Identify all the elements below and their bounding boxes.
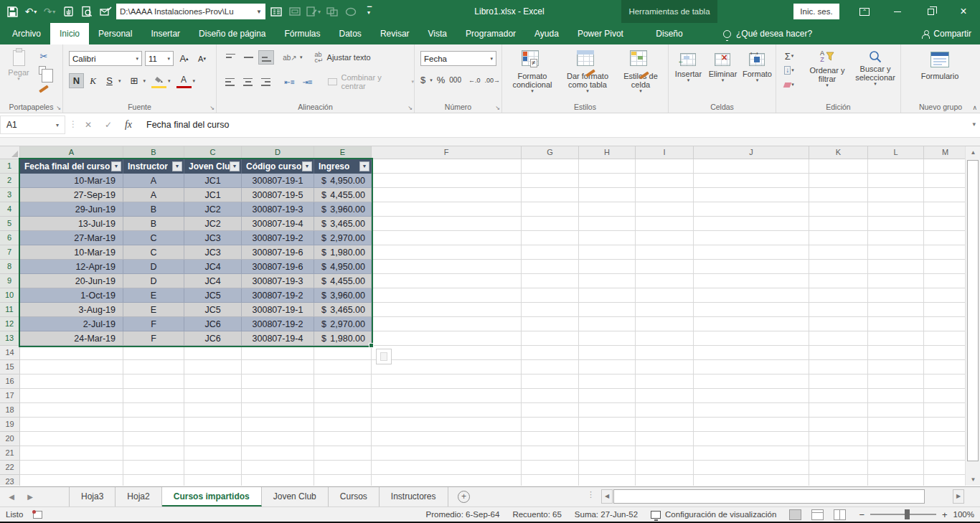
number-format-combo[interactable]: Fecha▾	[420, 51, 496, 66]
column-header-K[interactable]: K	[809, 146, 868, 159]
table-cell[interactable]: F	[123, 317, 184, 331]
table-cell[interactable]: $1,980.00	[314, 245, 372, 260]
insert-function-icon[interactable]: fx	[119, 116, 138, 133]
table-cell[interactable]: 20-Jun-19	[20, 274, 123, 288]
number-dialog-launcher-icon[interactable]: ↘	[495, 105, 500, 111]
table-cell[interactable]: $1,980.00	[314, 331, 372, 346]
column-header-B[interactable]: B	[123, 146, 184, 159]
table-cell[interactable]: 12-Apr-19	[20, 260, 123, 274]
accounting-format-icon[interactable]: $	[420, 75, 425, 85]
table-cell[interactable]: $4,950.00	[314, 174, 372, 188]
row-header-2[interactable]: 2	[0, 174, 20, 188]
table-cell[interactable]: 2-Jul-19	[20, 317, 123, 331]
filter-dropdown-icon[interactable]: ▼	[172, 161, 182, 171]
clipboard-dialog-launcher-icon[interactable]: ↘	[56, 105, 61, 111]
row-header-4[interactable]: 4	[0, 202, 20, 217]
table-cell[interactable]: 27-Mar-19	[20, 231, 123, 245]
italic-button[interactable]: K	[85, 73, 100, 88]
column-header-J[interactable]: J	[694, 146, 809, 159]
display-settings-button[interactable]: Configuración de visualización	[651, 510, 776, 519]
decrease-font-icon[interactable]: A▾	[194, 51, 209, 66]
cancel-icon[interactable]: ✕	[79, 116, 98, 133]
table-cell[interactable]: $3,960.00	[314, 202, 372, 217]
column-header-F[interactable]: F	[372, 146, 522, 159]
page-break-view-icon[interactable]	[834, 509, 846, 520]
fill-color-icon[interactable]	[151, 73, 166, 88]
sheet-tab-cursos-impartidos[interactable]: Cursos impartidos	[162, 487, 262, 506]
filter-dropdown-icon[interactable]: ▼	[230, 161, 240, 171]
table-cell[interactable]: 10-Mar-19	[20, 245, 123, 260]
row-header-18[interactable]: 18	[0, 403, 20, 418]
minimize-icon[interactable]	[881, 0, 914, 23]
scroll-right-icon[interactable]: ▶	[953, 489, 964, 504]
ribbon-tab-vista[interactable]: Vista	[419, 23, 456, 44]
table-cell[interactable]: C	[123, 245, 184, 260]
column-header-D[interactable]: D	[242, 146, 314, 159]
table-cell[interactable]: 1-Oct-19	[20, 288, 123, 303]
underline-caret-icon[interactable]: ▾	[118, 79, 121, 83]
align-center-icon[interactable]	[240, 75, 256, 89]
table-cell[interactable]: 29-Jun-19	[20, 202, 123, 217]
table-header-cell[interactable]: Fecha final del curso▼	[20, 159, 123, 174]
table-cell[interactable]: $3,960.00	[314, 288, 372, 303]
undo-icon[interactable]: ↶▾	[23, 3, 39, 20]
table-cell[interactable]: $3,465.00	[314, 217, 372, 231]
row-header-9[interactable]: 9	[0, 274, 20, 288]
row-header-17[interactable]: 17	[0, 389, 20, 403]
table-cell[interactable]: 3-Aug-19	[20, 303, 123, 317]
align-top-icon[interactable]	[222, 50, 238, 65]
ribbon-tab-diseño-de-página[interactable]: Diseño de página	[189, 23, 275, 44]
sheet-tab-cursos[interactable]: Cursos	[329, 487, 380, 506]
table-cell[interactable]: 300807-19-2	[242, 288, 314, 303]
increase-font-icon[interactable]: A▴	[176, 51, 192, 66]
vertical-scrollbar[interactable]: ▲ ▼	[965, 146, 980, 486]
bold-button[interactable]: N	[69, 73, 84, 88]
row-header-22[interactable]: 22	[0, 461, 20, 475]
filter-dropdown-icon[interactable]: ▼	[111, 161, 121, 171]
ribbon-tab-datos[interactable]: Datos	[330, 23, 371, 44]
zoom-slider-thumb[interactable]	[905, 509, 910, 519]
table-cell[interactable]: JC5	[184, 288, 242, 303]
row-header-20[interactable]: 20	[0, 432, 20, 446]
sheet-nav-left-icon[interactable]: ◀	[3, 487, 20, 506]
table-cell[interactable]: JC5	[184, 303, 242, 317]
table-cell[interactable]: JC2	[184, 202, 242, 217]
tab-bar-splitter[interactable]: ⋮	[587, 490, 595, 499]
ribbon-tab-personal[interactable]: Personal	[89, 23, 141, 44]
increase-indent-icon[interactable]: ⇥≡	[300, 75, 316, 89]
normal-view-icon[interactable]	[789, 509, 801, 520]
sort-filter-button[interactable]: AZ Ordenar y filtrar ▾	[802, 47, 852, 100]
column-header-C[interactable]: C	[184, 146, 242, 159]
macro-record-icon[interactable]	[33, 511, 42, 519]
row-header-23[interactable]: 23	[0, 475, 20, 486]
decrease-indent-icon[interactable]: ⇤≡	[282, 75, 298, 89]
table-header-cell[interactable]: Instructor▼	[123, 159, 184, 174]
table-cell[interactable]: JC3	[184, 231, 242, 245]
borders-caret-icon[interactable]: ▾	[143, 79, 146, 83]
row-header-11[interactable]: 11	[0, 303, 20, 317]
tell-me-box[interactable]: ¿Qué desea hacer?	[723, 23, 812, 44]
zoom-in-icon[interactable]: +	[942, 509, 948, 520]
sheet-tab-hoja2[interactable]: Hoja2	[116, 487, 161, 506]
horizontal-scroll-thumb[interactable]	[613, 489, 925, 504]
fill-color-caret-icon[interactable]: ▾	[168, 79, 171, 83]
vertical-scroll-thumb[interactable]	[967, 160, 979, 461]
alignment-dialog-launcher-icon[interactable]: ↘	[407, 105, 413, 111]
row-header-19[interactable]: 19	[0, 418, 20, 432]
table-cell[interactable]: JC1	[184, 188, 242, 202]
table-cell[interactable]: JC4	[184, 260, 242, 274]
row-header-1[interactable]: 1	[0, 159, 20, 174]
copy-icon[interactable]: ▾	[36, 63, 52, 77]
table-cell[interactable]: 300807-19-6	[242, 245, 314, 260]
table-header-cell[interactable]: Código curso▼	[242, 159, 314, 174]
column-header-I[interactable]: I	[636, 146, 694, 159]
accounting-caret-icon[interactable]: ▾	[430, 78, 433, 83]
percent-style-icon[interactable]: %	[437, 75, 446, 85]
name-box-caret-icon[interactable]: ▾	[56, 122, 59, 128]
row-header-10[interactable]: 10	[0, 288, 20, 303]
table-cell[interactable]: 300807-19-5	[242, 188, 314, 202]
table-cell[interactable]: 300807-19-4	[242, 217, 314, 231]
autosum-icon[interactable]: Σ▾	[781, 49, 798, 63]
customize-qat-icon[interactable]: ▔▾	[362, 3, 377, 20]
table-cell[interactable]: $4,455.00	[314, 188, 372, 202]
